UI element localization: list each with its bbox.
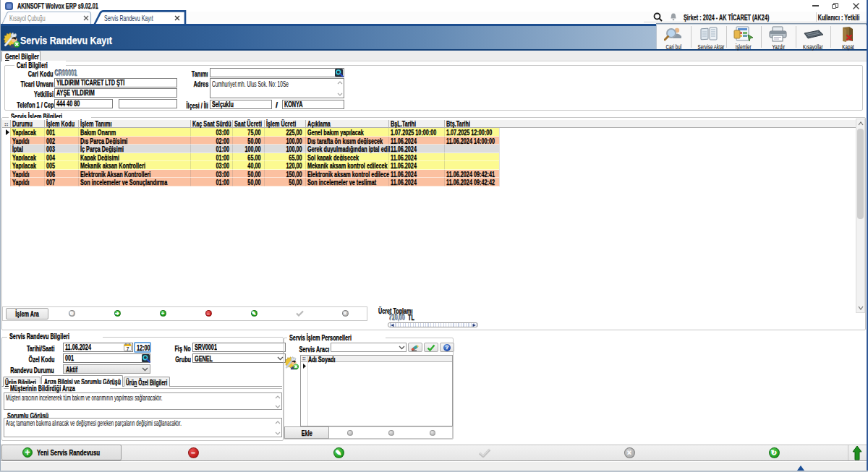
svg-text:7: 7: [127, 346, 129, 351]
